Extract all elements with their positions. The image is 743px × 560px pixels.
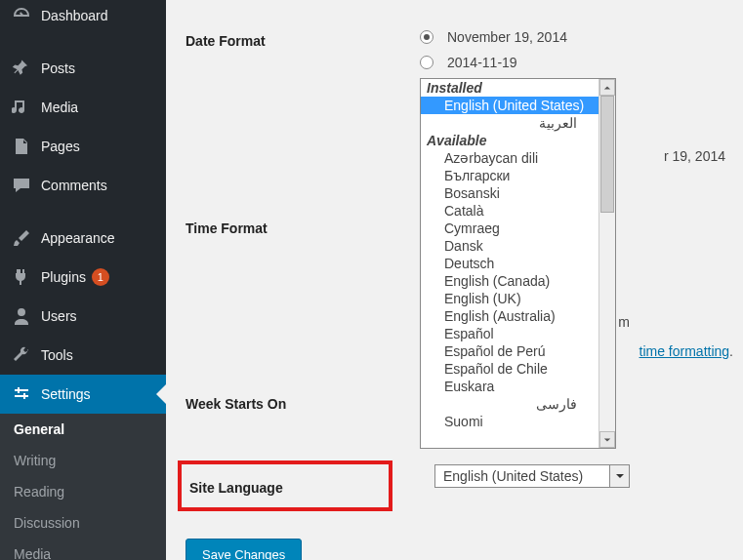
language-option[interactable]: English (United States) [421, 97, 600, 114]
sidebar-label: Pages [41, 139, 80, 154]
sidebar-item-pages[interactable]: Pages [0, 127, 166, 166]
chevron-up-icon [603, 84, 611, 92]
dropdown-group-installed: Installed [421, 79, 600, 97]
sidebar-sub-reading[interactable]: Reading [0, 476, 166, 507]
sidebar-sub-general[interactable]: General [0, 414, 166, 445]
language-option[interactable]: English (UK) [421, 290, 600, 307]
language-option[interactable]: Euskara [421, 378, 600, 395]
wrench-icon [12, 345, 31, 365]
language-option[interactable]: العربية [421, 114, 600, 132]
plugin-icon [12, 267, 31, 287]
language-option[interactable]: Bosanski [421, 184, 600, 202]
date-format-label: Date Format [186, 29, 420, 49]
date-format-option-2: 2014-11-19 [447, 55, 517, 70]
sidebar-sub-writing[interactable]: Writing [0, 445, 166, 476]
sidebar-item-plugins[interactable]: Plugins 1 [0, 258, 166, 297]
language-option[interactable]: Suomi [421, 413, 600, 430]
brush-icon [12, 228, 31, 248]
site-language-highlight: Site Language [178, 460, 392, 511]
language-option[interactable]: Español [421, 325, 600, 342]
sidebar-item-dashboard[interactable]: Dashboard [0, 0, 166, 35]
language-option[interactable]: Español de Perú [421, 342, 600, 360]
save-changes-button[interactable]: Save Changes [186, 539, 302, 560]
partial-time-text: m [618, 314, 630, 330]
sidebar-item-comments[interactable]: Comments [0, 166, 166, 205]
language-option[interactable]: Español de Chile [421, 360, 600, 378]
sidebar-label: Comments [41, 178, 107, 193]
language-option[interactable]: Deutsch [421, 255, 600, 272]
sidebar-sub-media[interactable]: Media [0, 539, 166, 560]
dropdown-scrollbar[interactable] [599, 79, 615, 448]
sidebar-label: Appearance [41, 230, 115, 246]
language-option[interactable]: English (Australia) [421, 307, 600, 325]
language-option[interactable]: Azərbaycan dili [421, 149, 600, 167]
comment-icon [12, 176, 31, 195]
language-option[interactable]: Català [421, 202, 600, 220]
sidebar-item-settings[interactable]: Settings [0, 375, 166, 414]
chevron-down-icon [603, 436, 611, 444]
language-option[interactable]: English (Canada) [421, 272, 600, 290]
site-language-value: English (United States) [434, 464, 610, 488]
sidebar-label: Dashboard [41, 8, 108, 23]
site-language-select[interactable]: English (United States) [434, 464, 630, 488]
time-formatting-link[interactable]: time formatting [640, 343, 730, 359]
time-formatting-doc-link: time formatting. [640, 343, 733, 359]
language-option[interactable]: فارسی [421, 395, 600, 413]
scrollbar-track[interactable] [599, 96, 615, 431]
sidebar-label: Plugins [41, 269, 86, 285]
sidebar-item-tools[interactable]: Tools [0, 336, 166, 375]
site-language-label: Site Language [189, 476, 381, 496]
update-badge: 1 [92, 268, 109, 286]
admin-sidebar: Dashboard Posts Media Pages Comments App… [0, 0, 166, 560]
page-icon [12, 137, 31, 156]
sidebar-label: Media [41, 100, 78, 115]
sidebar-item-media[interactable]: Media [0, 88, 166, 127]
scroll-down-button[interactable] [599, 431, 615, 448]
sidebar-sub-discussion[interactable]: Discussion [0, 507, 166, 539]
user-icon [12, 306, 31, 326]
select-dropdown-button[interactable] [610, 464, 630, 488]
time-format-label: Time Format [186, 217, 420, 236]
language-dropdown: InstalledEnglish (United States)العربيةA… [420, 78, 616, 449]
sidebar-label: Posts [41, 60, 75, 76]
sidebar-item-appearance[interactable]: Appearance [0, 219, 166, 258]
sidebar-label: Users [41, 308, 77, 324]
dashboard-icon [12, 6, 31, 25]
date-format-option-1: November 19, 2014 [447, 29, 567, 45]
media-icon [12, 98, 31, 117]
scrollbar-thumb[interactable] [600, 96, 614, 213]
sliders-icon [12, 384, 31, 404]
language-option[interactable]: Български [421, 167, 600, 184]
week-starts-label: Week Starts On [186, 392, 420, 412]
date-format-radio-1[interactable] [420, 30, 433, 44]
sidebar-item-posts[interactable]: Posts [0, 49, 166, 88]
dropdown-group-available: Available [421, 132, 600, 149]
language-option[interactable]: Cymraeg [421, 220, 600, 237]
scroll-up-button[interactable] [599, 79, 615, 96]
date-format-radio-2[interactable] [420, 56, 433, 69]
sidebar-label: Settings [41, 386, 91, 402]
chevron-down-icon [615, 471, 625, 481]
partial-date-text: r 19, 2014 [664, 148, 725, 164]
sidebar-label: Tools [41, 347, 73, 363]
language-option[interactable]: Dansk [421, 237, 600, 255]
sidebar-item-users[interactable]: Users [0, 297, 166, 336]
pin-icon [12, 59, 31, 78]
